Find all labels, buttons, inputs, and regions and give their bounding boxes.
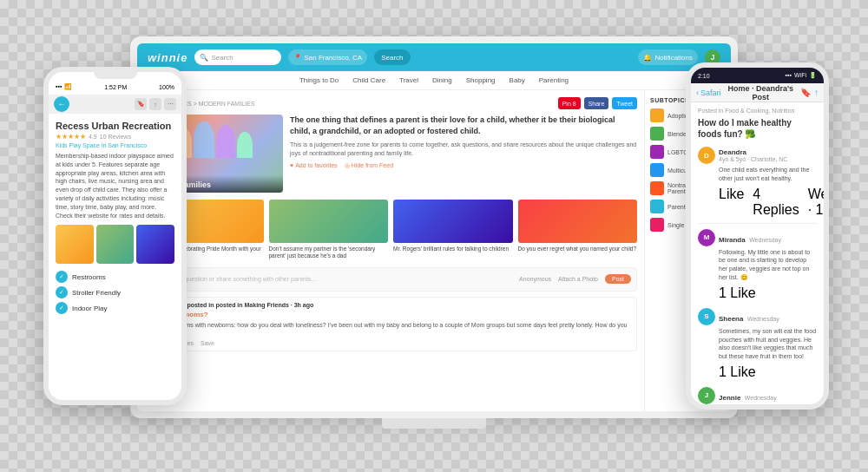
status-icons: ▪▪▪ 📶: [56, 83, 72, 90]
feature-indoor-label: Indoor Play: [72, 305, 107, 312]
article-thumb-2: [269, 200, 389, 243]
anonymous-option[interactable]: Anonymous: [519, 276, 551, 282]
right-battery-icon: 🔋: [809, 72, 817, 79]
feature-indoor: ✓ Indoor Play: [56, 302, 174, 314]
topic-icon-blended: [650, 127, 664, 141]
venue-description: Membership-based indoor playspace aimed …: [56, 152, 174, 220]
search-button[interactable]: Search: [374, 49, 410, 65]
review-count: 10 Reviews: [100, 134, 131, 140]
location-selector[interactable]: 📍 San Francisco, CA: [288, 49, 367, 65]
jennie-date: Wednesday: [745, 395, 777, 401]
post-nav-title: Home · Deandra's Post: [725, 84, 797, 102]
post-question: How do I make healthy foods fun? 🥦: [698, 117, 817, 140]
post-body: First time moms with newborns: how do yo…: [150, 321, 631, 338]
save-action[interactable]: Save: [201, 340, 214, 346]
tweet-button[interactable]: Tweet: [612, 97, 637, 109]
hide-feed-link[interactable]: ◎ Hide from Feed: [345, 162, 393, 169]
phone-action-icons: 🔖 ↑ ⋯: [135, 98, 176, 110]
main-post-body: One child eats everything and the other …: [698, 166, 817, 183]
sheena-body: Sometimes, my son will eat the food pouc…: [698, 327, 817, 361]
more-icon[interactable]: ⋯: [164, 98, 176, 110]
nav-dining[interactable]: Dining: [432, 76, 452, 84]
miranda-avatar: M: [698, 229, 715, 246]
miranda-date: Wednesday: [749, 237, 781, 243]
safari-back-label: Safari: [700, 88, 721, 97]
laptop-screen: winnie 🔍 Search 📍 San Francisco, CA Sear…: [137, 43, 731, 411]
phone-left-content: Recess Urban Recreation ★★★★★ 4.9 10 Rev…: [49, 114, 181, 324]
nav-child-care[interactable]: Child Care: [352, 76, 385, 84]
chevron-left-icon: ‹: [696, 88, 699, 97]
phone-right-content: Posted in Food & Cooking, Nutrition How …: [691, 102, 824, 410]
venue-thumb-3: [136, 225, 174, 264]
article-card-3[interactable]: Mr. Rogers' brilliant rules for talking …: [393, 200, 513, 260]
venue-type: Kids Play Space in San Francisco: [56, 142, 174, 148]
stars: ★★★★★: [56, 133, 86, 141]
replies-action-right[interactable]: 4 Replies: [753, 187, 799, 218]
main-author-meta: 4yo & 5yo · Charlotte, NC: [719, 156, 787, 162]
sheena-avatar: S: [698, 308, 715, 325]
feature-stroller: ✓ Stroller Friendly: [56, 286, 174, 298]
time-display: 1:52 PM: [104, 84, 127, 90]
share-button[interactable]: Share: [584, 97, 609, 109]
post-button[interactable]: Post: [605, 274, 631, 284]
like-action-right[interactable]: Like: [719, 187, 744, 218]
miranda-actions: 1 Like: [698, 285, 817, 301]
search-bar[interactable]: 🔍 Search: [194, 49, 281, 65]
share-icon[interactable]: ↑: [149, 98, 161, 110]
back-button-right[interactable]: ‹ Safari: [696, 88, 721, 97]
post-placeholder[interactable]: Ask a question or share something with o…: [168, 276, 516, 282]
article-card-2[interactable]: Don't assume my partner is the 'secondar…: [269, 200, 389, 260]
venue-name: Recess Urban Recreation: [56, 121, 174, 131]
share-right-icon[interactable]: ↑: [814, 88, 819, 97]
bookmark-icon[interactable]: 🔖: [135, 98, 147, 110]
signal-icon: ▪▪▪: [56, 83, 62, 90]
hero-title: The one thing that defines a parent is t…: [290, 115, 637, 136]
eye-icon: ◎: [345, 162, 350, 169]
hero-section: Modern Families The one thing that defin…: [144, 115, 637, 193]
right-signal-icon: ▪▪▪: [786, 72, 792, 79]
winnie-header: winnie 🔍 Search 📍 San Francisco, CA Sear…: [137, 43, 731, 71]
bell-icon: 🔔: [643, 54, 652, 62]
comment-sheena: S Sheena Wednesday Sometimes, my son wil…: [698, 308, 817, 380]
back-button[interactable]: ←: [54, 96, 69, 112]
sheena-date: Wednesday: [747, 316, 779, 322]
post-title[interactable]: First time moms?: [150, 311, 631, 318]
discussion-post: Anonymous posted in posted in Making Fri…: [144, 297, 637, 352]
article-card-4[interactable]: Do you ever regret what you named your c…: [518, 200, 638, 260]
nav-travel[interactable]: Travel: [399, 76, 418, 84]
hide-feed-text: Hide from Feed: [352, 162, 393, 168]
main-content: HOME > TOPICS > MODERN FAMILIES Pin 8 Sh…: [137, 90, 731, 411]
feature-stroller-label: Stroller Friendly: [72, 289, 121, 297]
main-post-actions: Like 4 Replies Wednesday · 123 Views: [698, 187, 817, 218]
miranda-user-row: M Miranda Wednesday: [698, 229, 817, 246]
right-status-icons: ▪▪▪ WiFi 🔋: [786, 72, 817, 79]
venue-rating: ★★★★★ 4.9 10 Reviews: [56, 133, 174, 141]
nav-things-to-do[interactable]: Things to Do: [299, 76, 339, 84]
jennie-body: A few things we do... try to offer non-h…: [698, 406, 817, 410]
sheena-user-row: S Sheena Wednesday: [698, 308, 817, 325]
stroller-icon: ✓: [56, 286, 68, 298]
heart-icon: ♥: [290, 162, 293, 168]
nav-baby[interactable]: Baby: [510, 76, 525, 84]
topic-icon-single-parents: [650, 218, 664, 232]
add-favorites-link[interactable]: ♥ Add to favorites: [290, 162, 338, 169]
venue-image-gallery: [56, 225, 174, 264]
attach-option[interactable]: Attach a Photo: [558, 276, 598, 282]
notifications-button[interactable]: 🔔 Notifications: [638, 49, 698, 65]
topic-icon-nontraditional: [650, 181, 664, 195]
battery-display: 100%: [159, 84, 174, 90]
phone-left-mockup: ▪▪▪ 📶 1:52 PM 100% ← 🔖 ↑ ⋯ Recess Urban …: [43, 67, 187, 405]
sheena-likes[interactable]: 1 Like: [719, 364, 756, 380]
miranda-info: Miranda Wednesday: [719, 230, 781, 246]
miranda-likes[interactable]: 1 Like: [719, 285, 756, 301]
bookmark-right-icon[interactable]: 🔖: [800, 88, 811, 97]
hero-text: The one thing that defines a parent is t…: [290, 115, 637, 193]
nav-parenting[interactable]: Parenting: [539, 76, 569, 84]
article-caption-2: Don't assume my partner is the 'secondar…: [269, 246, 389, 260]
sheena-info: Sheena Wednesday: [719, 309, 779, 324]
article-caption-4: Do you ever regret what you named your c…: [518, 246, 638, 252]
pin-button[interactable]: Pin 8: [558, 97, 581, 109]
laptop-mockup: winnie 🔍 Search 📍 San Francisco, CA Sear…: [130, 36, 738, 436]
nav-shopping[interactable]: Shopping: [466, 76, 496, 84]
home-label: Home: [727, 84, 749, 93]
